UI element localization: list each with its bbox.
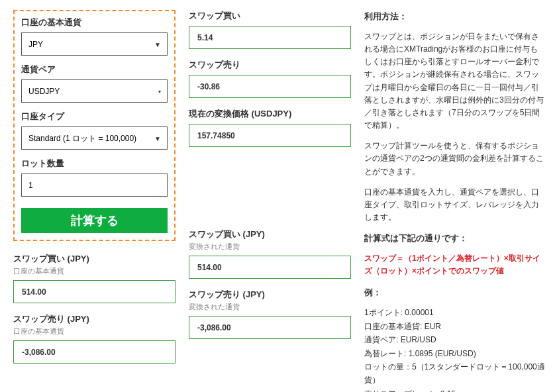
swap-buy-label: スワップ買い [189,10,351,22]
swap-buy-base-header: スワップ買い (JPY) [13,253,176,265]
base-currency-select[interactable]: JPY [21,32,168,56]
example-line: 口座の基本通貨: EUR [364,320,546,333]
swap-buy-conv-header: スワップ買い (JPY) [189,228,351,240]
conversion-price-label: 現在の変換価格 (USDJPY) [189,108,351,120]
example-list: 1ポイント: 0.00001 口座の基本通貨: EUR 通貨ペア: EUR/US… [364,306,546,392]
swap-sell-base-header: スワップ売り (JPY) [13,313,176,325]
usage-heading: 利用方法： [364,10,546,24]
formula-text: スワップ＝（1ポイント／為替レート）×取引サイズ（ロット）×ポイントでのスワップ… [364,252,546,277]
input-panel: 口座の基本通貨 JPY ▼ 通貨ペア USDJPY ▾ 口座タイ [13,10,176,241]
lot-size-input[interactable] [21,173,168,197]
swap-sell-value: -30.86 [189,75,351,98]
swap-sell-conv-header: スワップ売り (JPY) [189,289,351,301]
swap-buy-conv-value: 514.00 [189,256,351,279]
example-heading: 例： [364,286,546,300]
usage-para2: スワップ計算ツールを使うと、保有するポジションの通貨ペアの2つの通貨間の金利差を… [364,140,546,178]
base-currency-label: 口座の基本通貨 [21,17,168,28]
currency-pair-label: 通貨ペア [21,64,168,75]
currency-pair-select[interactable]: USDJPY [21,79,168,103]
formula-heading: 計算式は下記の通りです： [364,232,546,246]
account-type-select[interactable]: Standard (1 ロット = 100,000) [21,126,168,150]
example-line: 売りスワップレート: 0.15 [364,387,546,392]
usage-para1: スワップとは、ポジションが日をまたいで保有される場合にXMTradingがお客様… [364,30,546,132]
example-line: 為替レート: 1.0895 (EUR/USD) [364,347,546,360]
usage-para3: 口座の基本通貨を入力し、通貨ペアを選択し、口座タイプ、取引ロットサイズ、レバレッ… [364,186,546,224]
swap-buy-value: 5.14 [189,26,351,49]
example-line: ロットの量：5（1スタンダードロット＝100,000通貨） [364,360,546,387]
swap-sell-base-value: -3,086.00 [13,340,176,364]
swap-buy-conv-sub: 変換された通貨 [189,242,351,252]
calculate-button[interactable]: 計算する [21,208,168,233]
swap-buy-base-value: 514.00 [13,280,176,303]
account-type-label: 口座タイプ [21,111,168,122]
swap-sell-conv-value: -3,086.00 [189,316,351,339]
swap-buy-base-sub: 口座の基本通貨 [13,266,176,276]
swap-sell-conv-sub: 変換された通貨 [189,302,351,312]
example-line: 通貨ペア: EUR/USD [364,333,546,346]
swap-sell-label: スワップ売り [189,59,351,71]
swap-sell-base-sub: 口座の基本通貨 [13,326,176,336]
example-line: 1ポイント: 0.00001 [364,306,546,319]
lot-size-label: ロット数量 [21,158,168,170]
conversion-price-value: 157.74850 [189,124,351,147]
